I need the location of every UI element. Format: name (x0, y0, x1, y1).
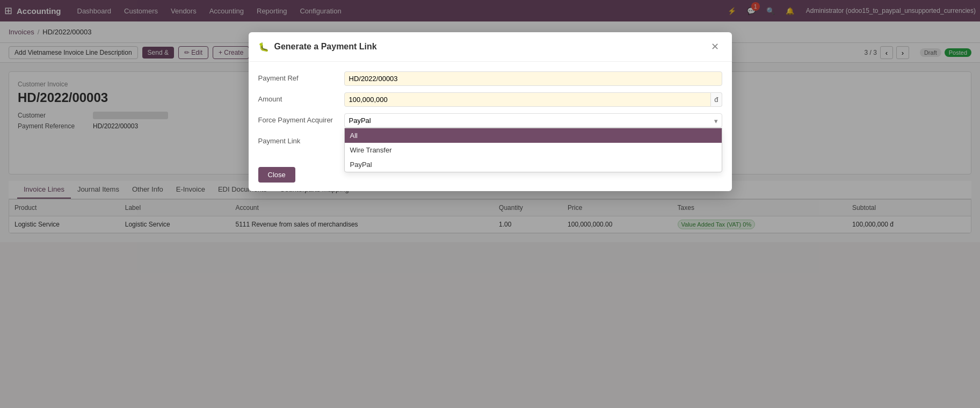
payment-acquirer-dropdown: All Wire Transfer PayPal (344, 128, 722, 172)
dropdown-item-paypal[interactable]: PayPal (345, 157, 722, 172)
force-payment-select[interactable]: PayPal (344, 113, 722, 128)
amount-control: đ (344, 92, 722, 107)
amount-label: Amount (258, 92, 339, 103)
payment-ref-row: Payment Ref (258, 71, 722, 86)
payment-link-label: Payment Link (258, 134, 339, 145)
modal-overlay: 🐛 Generate a Payment Link ✕ Payment Ref … (0, 0, 980, 242)
payment-ref-input[interactable] (344, 71, 722, 86)
amount-input[interactable] (344, 92, 712, 107)
modal-header: 🐛 Generate a Payment Link ✕ (249, 32, 732, 62)
payment-ref-label: Payment Ref (258, 71, 339, 82)
force-payment-row: Force Payment Acquirer PayPal ▾ All Wire… (258, 113, 722, 128)
modal-bug-icon: 🐛 (258, 42, 269, 52)
force-payment-control: PayPal ▾ All Wire Transfer PayPal (344, 113, 722, 128)
payment-ref-control (344, 71, 722, 86)
modal-body: Payment Ref Amount đ Force Payment Acqui… (249, 62, 732, 162)
close-button[interactable]: Close (258, 167, 295, 183)
dropdown-item-all[interactable]: All (345, 128, 722, 143)
amount-row: Amount đ (258, 92, 722, 107)
payment-link-modal: 🐛 Generate a Payment Link ✕ Payment Ref … (249, 32, 732, 191)
force-payment-label: Force Payment Acquirer (258, 113, 339, 124)
dropdown-item-wire-transfer[interactable]: Wire Transfer (345, 143, 722, 157)
modal-close-button[interactable]: ✕ (708, 40, 722, 54)
amount-currency: đ (711, 92, 722, 107)
modal-title: Generate a Payment Link (274, 42, 702, 52)
